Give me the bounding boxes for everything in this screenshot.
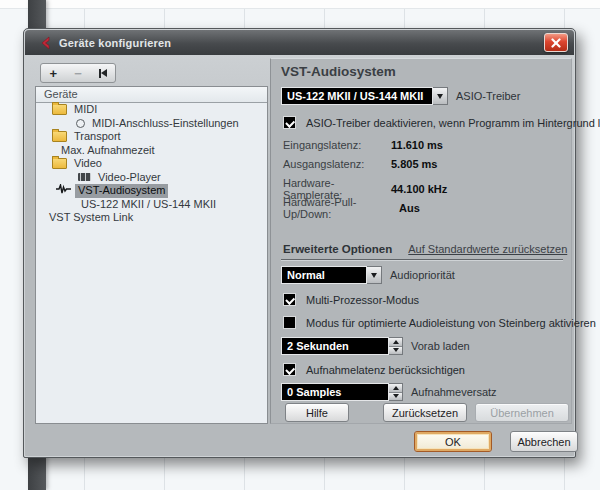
vst-audiosystem-panel: VST-Audiosystem US-122 MKII / US-144 MKI… bbox=[270, 58, 572, 424]
section-divider bbox=[281, 259, 563, 261]
folder-icon bbox=[52, 104, 67, 115]
record-offset-row: 0 Samples Aufnahmeversatz bbox=[281, 383, 497, 401]
audio-priority-row: Normal Audiopriorität bbox=[281, 266, 455, 284]
sample-rate-value: 44.100 kHz bbox=[391, 183, 447, 195]
steinberg-power-checkbox[interactable] bbox=[283, 316, 296, 329]
close-button[interactable] bbox=[544, 33, 568, 52]
input-latency-label: Eingangslatenz: bbox=[283, 139, 391, 151]
help-button[interactable]: Hilfe bbox=[285, 403, 349, 422]
spin-down-icon[interactable] bbox=[389, 393, 402, 401]
tree-item-us122-mkii[interactable]: US-122 MKII / US-144 MKII bbox=[36, 198, 267, 212]
tree-item-vst-audiosystem[interactable]: VST-Audiosystem bbox=[36, 184, 267, 198]
remove-device-button[interactable]: − bbox=[66, 64, 91, 82]
devices-tree: Geräte MIDI MIDI-Anschluss-Einstellungen… bbox=[35, 86, 268, 424]
spin-up-icon[interactable] bbox=[389, 384, 402, 393]
reset-devices-button[interactable] bbox=[90, 64, 115, 82]
output-latency-label: Ausgangslatenz: bbox=[283, 158, 391, 170]
preload-label: Vorab laden bbox=[411, 337, 470, 355]
steinberg-power-row: Modus für optimierte Audioleistung von S… bbox=[283, 316, 596, 329]
cubase-app-icon bbox=[39, 36, 53, 50]
multi-processor-row: Multi-Prozessor-Modus bbox=[283, 293, 419, 306]
asio-driver-select[interactable]: US-122 MKII / US-144 MKII bbox=[281, 87, 448, 105]
skip-back-icon bbox=[99, 69, 107, 78]
folder-icon bbox=[52, 131, 67, 142]
output-latency-value: 5.805 ms bbox=[391, 158, 437, 170]
record-latency-checkbox[interactable] bbox=[283, 363, 296, 376]
record-latency-row: Aufnahmelatenz berücksichtigen bbox=[283, 363, 465, 376]
tree-header: Geräte bbox=[36, 87, 267, 103]
spin-up-icon[interactable] bbox=[389, 338, 402, 347]
add-device-button[interactable]: + bbox=[41, 64, 66, 82]
tree-item-midi[interactable]: MIDI bbox=[36, 103, 267, 117]
record-offset-label: Aufnahmeversatz bbox=[411, 383, 497, 401]
pull-up-down-value: Aus bbox=[399, 202, 420, 214]
asio-background-checkbox[interactable] bbox=[283, 116, 296, 129]
tree-item-max-record-time[interactable]: Max. Aufnahmezeit bbox=[36, 144, 267, 158]
dialog-title: Geräte konfigurieren bbox=[59, 37, 544, 49]
dialog-client-area: + − Geräte MIDI MIDI-Anschluss-Einstellu… bbox=[25, 55, 574, 456]
dialog-titlebar[interactable]: Geräte konfigurieren bbox=[25, 30, 574, 55]
tree-item-video-player[interactable]: Video-Player bbox=[36, 171, 267, 185]
close-icon bbox=[551, 38, 561, 48]
audio-priority-label: Audiopriorität bbox=[390, 266, 455, 284]
asio-background-row: ASIO-Treiber deaktivieren, wenn Programm… bbox=[283, 116, 600, 129]
device-setup-dialog: Geräte konfigurieren + − Geräte MIDI bbox=[23, 28, 576, 458]
cancel-button[interactable]: Abbrechen bbox=[510, 431, 578, 452]
apply-button[interactable]: Übernehmen bbox=[475, 403, 569, 422]
input-latency-row: Eingangslatenz: 11.610 ms bbox=[283, 139, 443, 151]
preload-stepper[interactable]: 2 Sekunden bbox=[281, 337, 403, 355]
tree-item-vst-system-link[interactable]: VST System Link bbox=[36, 211, 267, 225]
preload-row: 2 Sekunden Vorab laden bbox=[281, 337, 470, 355]
reset-defaults-link[interactable]: Auf Standardwerte zurücksetzen bbox=[408, 243, 567, 255]
panel-title: VST-Audiosystem bbox=[281, 64, 396, 79]
midi-ports-icon bbox=[76, 119, 85, 128]
output-latency-row: Ausgangslatenz: 5.805 ms bbox=[283, 158, 437, 170]
multi-processor-checkbox[interactable] bbox=[283, 293, 296, 306]
spin-down-icon[interactable] bbox=[389, 347, 402, 355]
input-latency-value: 11.610 ms bbox=[391, 139, 443, 151]
advanced-options-header: Erweiterte Optionen Auf Standardwerte zu… bbox=[283, 243, 567, 255]
ok-button[interactable]: OK bbox=[414, 431, 492, 452]
tree-item-midi-port-setup[interactable]: MIDI-Anschluss-Einstellungen bbox=[36, 117, 267, 131]
device-toolbar: + − bbox=[40, 63, 116, 83]
panel-reset-button[interactable]: Zurücksetzen bbox=[383, 403, 467, 422]
waveform-icon bbox=[56, 184, 71, 198]
tree-item-transport[interactable]: Transport bbox=[36, 130, 267, 144]
asio-driver-row: US-122 MKII / US-144 MKII ASIO-Treiber bbox=[281, 87, 520, 105]
folder-icon bbox=[52, 158, 67, 169]
background-window-top bbox=[0, 0, 600, 9]
chevron-down-icon[interactable] bbox=[367, 266, 382, 284]
pull-up-down-row: Hardware-Pull-Up/Down: Aus bbox=[283, 196, 420, 220]
record-offset-stepper[interactable]: 0 Samples bbox=[281, 383, 403, 401]
chevron-down-icon[interactable] bbox=[433, 87, 448, 105]
advanced-options-title: Erweiterte Optionen bbox=[283, 243, 392, 255]
tree-item-video[interactable]: Video bbox=[36, 157, 267, 171]
pull-up-down-label: Hardware-Pull-Up/Down: bbox=[283, 196, 399, 220]
video-player-icon bbox=[78, 173, 91, 181]
asio-driver-label: ASIO-Treiber bbox=[456, 87, 520, 105]
audio-priority-select[interactable]: Normal bbox=[281, 266, 382, 284]
